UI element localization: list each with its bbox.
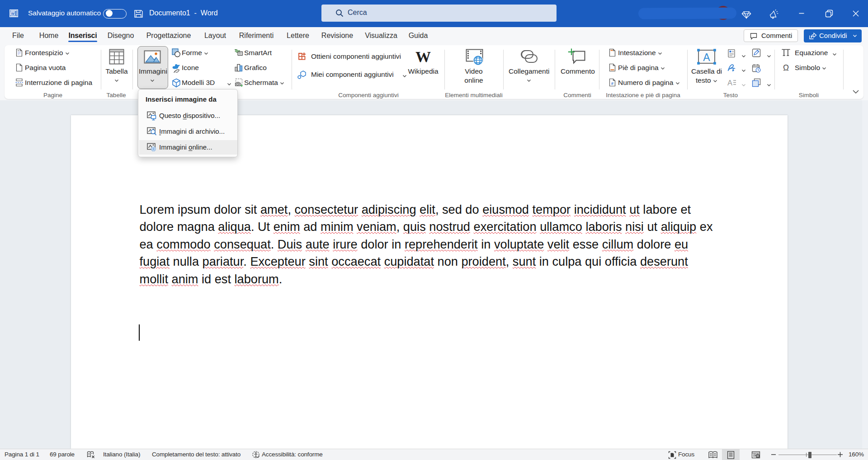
svg-text:A: A bbox=[727, 79, 732, 87]
svg-text:Ω: Ω bbox=[783, 63, 789, 72]
svg-text:A: A bbox=[703, 52, 710, 63]
svg-text:W: W bbox=[11, 11, 15, 16]
svg-text:#: # bbox=[611, 81, 614, 86]
